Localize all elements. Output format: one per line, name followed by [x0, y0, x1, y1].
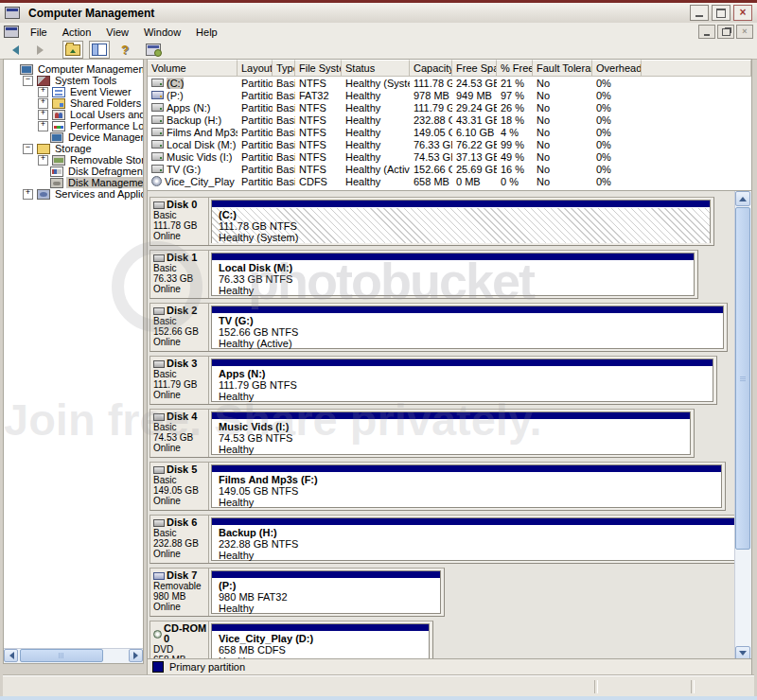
disk-status: Online	[153, 602, 208, 612]
disk-header-disk-3[interactable]: Disk 3Basic111.79 GBOnline	[150, 357, 209, 404]
tree-scrollbar-thumb[interactable]	[20, 649, 103, 662]
disk-header-disk-6[interactable]: Disk 6Basic232.88 GBOnline	[150, 516, 209, 563]
volume-row-local-disk-m[interactable]: Local Disk (M:)PartitionBasicNTFSHealthy…	[148, 138, 751, 150]
back-button[interactable]	[6, 42, 25, 58]
column-header-status[interactable]: Status	[342, 60, 410, 76]
column-header-file-system[interactable]: File System	[295, 60, 342, 76]
console-window-button[interactable]	[144, 42, 163, 58]
volume-row-films-and-mp3s-f[interactable]: Films And Mp3s (F:)PartitionBasicNTFSHea…	[148, 126, 751, 138]
disk-size: 152.66 GB	[153, 326, 208, 337]
disk-view-scrollbar-thumb[interactable]	[735, 207, 750, 550]
tree-item-performance-logs-and-alerts[interactable]: +Performance Logs and Alerts	[4, 120, 143, 131]
maximize-button[interactable]	[712, 5, 731, 21]
partition-apps-n[interactable]: Apps (N:)111.79 GB NTFSHealthy	[211, 359, 713, 402]
tree-item-device-manager[interactable]: Device Manager	[4, 131, 143, 143]
volume-cell-type: Basic	[273, 127, 295, 138]
column-header-overhead[interactable]: Overhead	[592, 60, 642, 76]
menu-help[interactable]: Help	[188, 25, 225, 40]
volume-cell-layout: Partition	[238, 127, 273, 138]
disk-view-vertical-scrollbar[interactable]	[734, 191, 751, 661]
tree-expander-plus-icon[interactable]: +	[38, 110, 48, 120]
volume-cell-status: Healthy	[342, 102, 410, 114]
tree-expander-plus-icon[interactable]: +	[23, 189, 33, 200]
column-header-free-space[interactable]: Free Space	[452, 60, 497, 76]
minimize-button[interactable]	[690, 5, 709, 21]
tree-expander-plus-icon[interactable]: +	[38, 98, 48, 109]
tree-expander-plus-icon[interactable]: +	[38, 121, 48, 131]
volume-row-music-vids-i[interactable]: Music Vids (I:)PartitionBasicNTFSHealthy…	[148, 150, 751, 163]
volume-cell-overhead: 0%	[592, 90, 642, 101]
disk-header-disk-0[interactable]: Disk 0Basic111.78 GBOnline	[150, 198, 209, 245]
disk-header-disk-1[interactable]: Disk 1Basic76.33 GBOnline	[150, 251, 209, 298]
column-header-fault-tolerance[interactable]: Fault Tolerance	[533, 60, 592, 76]
tree-expander-minus-icon[interactable]: −	[23, 144, 33, 154]
volume-row-tv-g[interactable]: TV (G:)PartitionBasicNTFSHealthy (Active…	[148, 163, 751, 175]
child-minimize-button[interactable]	[698, 25, 715, 39]
tree-item-system-tools[interactable]: −System Tools	[4, 75, 143, 86]
tree-item-removable-storage[interactable]: +Removable Storage	[4, 154, 143, 166]
partition-local-disk-m[interactable]: Local Disk (M:)76.33 GB NTFSHealthy	[211, 253, 695, 296]
disk-status: Online	[153, 390, 208, 400]
close-button[interactable]: ×	[733, 5, 752, 21]
disk-header-disk-7[interactable]: Disk 7Removable980 MBOnline	[150, 569, 209, 616]
partition-music-vids-i[interactable]: Music Vids (I:)74.53 GB NTFSHealthy	[211, 411, 691, 455]
column-header-layout[interactable]: Layout	[238, 60, 273, 76]
system-tools-icon	[37, 76, 50, 86]
console-icon[interactable]	[4, 26, 19, 38]
scroll-left-button[interactable]	[4, 649, 18, 662]
volume-row-backup-h[interactable]: Backup (H:)PartitionBasicNTFSHealthy232.…	[148, 114, 751, 126]
tree-item-storage[interactable]: −Storage	[4, 143, 143, 154]
volume-row-c[interactable]: (C:)PartitionBasicNTFSHealthy (System)11…	[148, 77, 751, 89]
scroll-right-button[interactable]	[129, 649, 143, 662]
disk-header-cd-rom-0[interactable]: CD-ROM 0DVD658 MBOnline	[150, 621, 209, 661]
menu-view[interactable]: View	[98, 25, 136, 40]
volume-row-apps-n[interactable]: Apps (N:)PartitionBasicNTFSHealthy111.79…	[148, 101, 751, 114]
column-header-capacity[interactable]: Capacity	[410, 60, 452, 76]
scroll-up-icon	[739, 193, 747, 201]
tree-item-event-viewer[interactable]: +Event Viewer	[4, 86, 143, 97]
tree-item-computer-management-local[interactable]: Computer Management (Local)	[4, 63, 143, 75]
disk-row-disk-3: Disk 3Basic111.79 GBOnlineApps (N:)111.7…	[150, 356, 717, 405]
disk-header-disk-5[interactable]: Disk 5Basic149.05 GBOnline	[150, 463, 209, 510]
tree-item-disk-defragmenter[interactable]: Disk Defragmenter	[4, 166, 143, 177]
volume-row-vice-city-play-d[interactable]: Vice_City_Play (D:)PartitionBasicCDFSHea…	[148, 175, 751, 187]
partition-backup-h[interactable]: Backup (H:)232.88 GB NTFSHealthy	[211, 517, 738, 561]
menu-file[interactable]: File	[23, 25, 55, 40]
partition-p[interactable]: (P:)980 MB FAT32Healthy	[211, 570, 441, 614]
volume-cell-free-space: 6.10 GB	[452, 127, 497, 138]
show-console-tree-button[interactable]	[89, 41, 110, 59]
console-tree-pane: Computer Management (Local)−System Tools…	[3, 59, 144, 664]
scroll-up-button[interactable]	[735, 191, 750, 206]
tree-item-services-and-applications[interactable]: +Services and Applications	[4, 188, 143, 200]
partition-films-and-mp3s-f[interactable]: Films And Mp3s (F:)149.05 GB NTFSHealthy	[211, 464, 722, 508]
volume-row-p[interactable]: (P:)PartitionBasicFAT32Healthy978 MB949 …	[148, 89, 751, 101]
tree-expander-plus-icon[interactable]: +	[38, 155, 48, 166]
menu-window[interactable]: Window	[136, 25, 188, 40]
tree-item-shared-folders[interactable]: +Shared Folders	[4, 97, 143, 109]
column-header-type[interactable]: Type	[273, 60, 295, 76]
child-close-button[interactable]: ×	[736, 25, 753, 39]
disk-management-pane: VolumeLayoutTypeFile SystemStatusCapacit…	[147, 59, 752, 675]
disk-row-disk-5: Disk 5Basic149.05 GBOnlineFilms And Mp3s…	[150, 462, 726, 511]
volume-cell-fault-tolerance: No	[533, 114, 592, 126]
partition-vice-city-play-d[interactable]: Vice_City_Play (D:)658 MB CDFSHealthy	[211, 623, 430, 661]
child-restore-button[interactable]	[717, 25, 734, 39]
tree-expander-minus-icon[interactable]: −	[23, 76, 33, 86]
volume-cell-free-space: 24.53 GB	[452, 78, 497, 89]
column-header-volume[interactable]: Volume	[148, 60, 238, 76]
partition-tv-g[interactable]: TV (G:)152.66 GB NTFSHealthy (Active)	[211, 306, 724, 349]
tree-horizontal-scrollbar[interactable]	[4, 648, 143, 663]
menu-action[interactable]: Action	[55, 25, 99, 40]
tree-item-local-users-and-groups[interactable]: +Local Users and Groups	[4, 109, 143, 120]
tree-item-disk-management[interactable]: Disk Management	[4, 177, 143, 188]
maximize-icon	[716, 9, 726, 18]
forward-button[interactable]	[30, 42, 49, 58]
help-button[interactable]: ?	[115, 42, 134, 58]
disk-header-disk-4[interactable]: Disk 4Basic74.53 GBOnline	[150, 410, 209, 457]
tree-expander-plus-icon[interactable]: +	[38, 87, 48, 97]
volume-cell-free-space: 29.24 GB	[452, 102, 497, 114]
column-header-free[interactable]: % Free	[497, 60, 533, 76]
disk-header-disk-2[interactable]: Disk 2Basic152.66 GBOnline	[150, 304, 209, 351]
partition-c[interactable]: (C:)111.78 GB NTFSHealthy (System)	[211, 200, 711, 243]
up-one-level-button[interactable]	[62, 41, 83, 59]
